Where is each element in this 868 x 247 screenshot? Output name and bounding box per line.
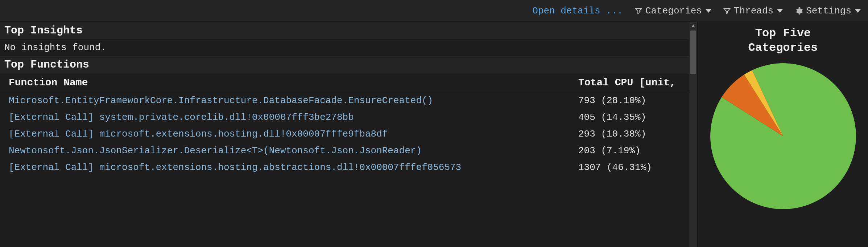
total-cpu-value: 203 (7.19%) xyxy=(578,145,691,156)
total-cpu-value: 293 (10.38%) xyxy=(578,129,691,139)
filter-icon xyxy=(635,7,642,15)
scroll-up-arrow-icon[interactable]: ▲ xyxy=(689,22,697,30)
table-row[interactable]: Microsoft.EntityFrameworkCore.Infrastruc… xyxy=(0,92,697,109)
chevron-down-icon xyxy=(855,9,861,13)
top-five-categories-pie-chart xyxy=(709,62,857,211)
table-body: Microsoft.EntityFrameworkCore.Infrastruc… xyxy=(0,92,697,176)
open-details-link[interactable]: Open details ... xyxy=(532,5,623,16)
gear-icon xyxy=(794,7,803,15)
settings-label: Settings xyxy=(806,5,851,16)
chart-title: Top FiveCategories xyxy=(748,26,818,55)
function-name-link[interactable]: [External Call] microsoft.extensions.hos… xyxy=(9,129,578,139)
threads-dropdown[interactable]: Threads xyxy=(723,5,783,16)
total-cpu-value: 405 (14.35%) xyxy=(578,112,691,123)
table-header-row: Function Name Total CPU [unit, xyxy=(0,73,697,92)
categories-dropdown[interactable]: Categories xyxy=(635,5,711,16)
function-name-link[interactable]: [External Call] microsoft.extensions.hos… xyxy=(9,162,578,173)
vertical-scrollbar[interactable]: ▲ xyxy=(689,22,697,247)
function-name-link[interactable]: Newtonsoft.Json.JsonSerializer.Deseriali… xyxy=(9,145,578,156)
threads-label: Threads xyxy=(734,5,773,16)
column-header-function-name[interactable]: Function Name xyxy=(9,77,578,88)
filter-icon xyxy=(723,7,731,15)
categories-label: Categories xyxy=(645,5,702,16)
toolbar: Open details ... Categories Threads Sett… xyxy=(0,0,868,22)
table-row[interactable]: [External Call] microsoft.extensions.hos… xyxy=(0,126,697,142)
function-name-link[interactable]: [External Call] system.private.corelib.d… xyxy=(9,112,578,123)
scroll-thumb[interactable] xyxy=(690,31,696,74)
table-row[interactable]: [External Call] microsoft.extensions.hos… xyxy=(0,159,697,176)
top-insights-body: No insights found. xyxy=(0,39,697,56)
table-row[interactable]: Newtonsoft.Json.JsonSerializer.Deseriali… xyxy=(0,142,697,159)
total-cpu-value: 793 (28.10%) xyxy=(578,95,691,106)
top-categories-panel: Top FiveCategories xyxy=(697,22,868,247)
function-name-link[interactable]: Microsoft.EntityFrameworkCore.Infrastruc… xyxy=(9,95,578,106)
functions-table: Function Name Total CPU [unit, Microsoft… xyxy=(0,73,697,247)
column-header-total-cpu[interactable]: Total CPU [unit, xyxy=(578,77,691,88)
chevron-down-icon xyxy=(706,9,711,13)
total-cpu-value: 1307 (46.31%) xyxy=(578,162,691,173)
top-insights-header: Top Insights xyxy=(0,22,697,39)
chevron-down-icon xyxy=(777,9,783,13)
left-panel: Top Insights No insights found. Top Func… xyxy=(0,22,697,247)
settings-dropdown[interactable]: Settings xyxy=(794,5,861,16)
content-wrap: Top Insights No insights found. Top Func… xyxy=(0,22,868,247)
table-row[interactable]: [External Call] system.private.corelib.d… xyxy=(0,109,697,126)
top-functions-header: Top Functions xyxy=(0,56,697,73)
